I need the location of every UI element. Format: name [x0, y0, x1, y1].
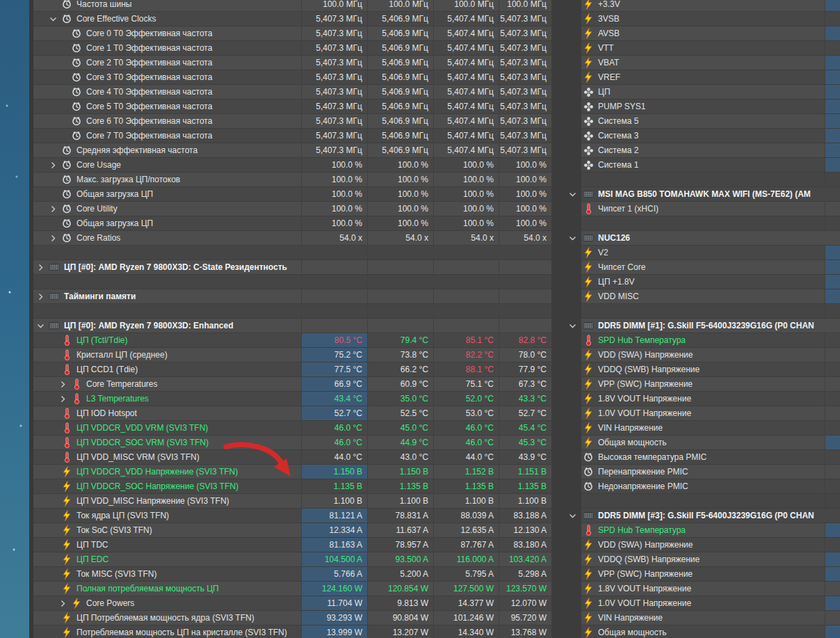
value-cell-clipped — [825, 392, 840, 406]
sensor-row[interactable]: Полная потребляемая мощность ЦП124.160 W… — [33, 582, 551, 596]
sensor-row[interactable]: VIN Напряжение — [563, 611, 840, 625]
sensor-row[interactable]: ЦП VDD_MISC Напряжение (SVI3 TFN)1.100 В… — [33, 494, 551, 509]
sensor-row[interactable]: 1.0V VOUT Напряжение — [563, 406, 840, 421]
sensor-row[interactable]: 1.8V VOUT Напряжение — [563, 582, 840, 596]
sensor-row[interactable]: VPP (SWC) Напряжение — [563, 567, 840, 582]
sensor-row[interactable]: VDDQ (SWB) Напряжение — [563, 362, 840, 377]
sensor-row[interactable]: 1.8V VOUT Напряжение — [563, 392, 840, 406]
sensor-row[interactable]: Высокая температура PMIC — [563, 450, 840, 465]
chevron-right-icon[interactable] — [35, 262, 46, 273]
section-header-row[interactable]: DDR5 DIMM [#1]: G.Skill F5-6400J3239G16G… — [563, 319, 840, 333]
chevron-right-icon[interactable] — [47, 232, 58, 244]
chevron-down-icon[interactable] — [35, 320, 46, 331]
sensor-row[interactable]: VTT — [563, 41, 840, 56]
sensor-row[interactable]: Core 5 T0 Эффективная частота5,407.3 МГц… — [33, 99, 551, 114]
sensor-row[interactable]: VDDQ (SWB) Напряжение — [563, 552, 840, 567]
sensor-row[interactable]: VDD (SWA) Напряжение — [563, 348, 840, 362]
sensor-row[interactable]: Core Usage100.0 %100.0 %100.0 %100.0 % — [33, 158, 551, 173]
sensor-row[interactable]: Core Utility100.0 %100.0 %100.0 %100.0 % — [33, 202, 551, 216]
section-header-row[interactable]: Тайминги памяти — [33, 289, 551, 304]
sensor-row[interactable]: Общая мощность — [563, 625, 840, 638]
chevron-right-icon[interactable] — [47, 159, 58, 170]
sensor-row[interactable]: VREF — [563, 70, 840, 85]
sensor-row[interactable]: Кристалл ЦП (среднее)75.2 °C73.8 °C82.2 … — [33, 348, 551, 362]
sensor-row[interactable]: SPD Hub Температура — [563, 523, 840, 538]
sensor-row[interactable]: Общая мощность — [563, 436, 840, 450]
sensor-row[interactable]: Core 2 T0 Эффективная частота5,407.3 МГц… — [33, 56, 551, 70]
sensor-row[interactable]: Система 3 — [563, 129, 840, 143]
sensor-row[interactable]: Недонапряжение PMIC — [563, 479, 840, 494]
sensor-row[interactable]: 1.0V VOUT Напряжение — [563, 596, 840, 611]
row-label-cell: AVSB — [581, 26, 825, 41]
sensor-row[interactable]: 3VSB — [563, 12, 840, 26]
chevron-right-icon[interactable] — [57, 393, 68, 404]
sensor-row[interactable]: Core Effective Clocks5,407.3 МГц5,406.9 … — [33, 12, 551, 26]
section-header-row[interactable]: DDR5 DIMM [#3]: G.Skill F5-6400J3239G16G… — [563, 509, 840, 523]
sensor-row[interactable]: ЦП Потребляемая мощность ядра (SVI3 TFN)… — [33, 611, 551, 625]
sensor-row[interactable]: ЦП VDDCR_VDD Напряжение (SVI3 TFN)1.150 … — [33, 465, 551, 479]
section-header-row[interactable]: MSI MAG B850 TOMAHAWK MAX WIFI (MS-7E62)… — [563, 187, 840, 202]
sensor-row[interactable]: SPD Hub Температура — [563, 333, 840, 348]
sensor-row[interactable]: PUMP SYS1 — [563, 99, 840, 114]
sensor-row[interactable]: Общая загрузка ЦП100.0 %100.0 %100.0 %10… — [33, 187, 551, 202]
sensor-row[interactable]: Core 6 T0 Эффективная частота5,407.3 МГц… — [33, 114, 551, 129]
sensor-row[interactable]: Макс. загрузка ЦП/потоков100.0 %100.0 %1… — [33, 173, 551, 187]
sensor-row[interactable]: VDD MISC — [563, 289, 840, 304]
sensor-row[interactable]: Ток ядра ЦП (SVI3 TFN)81.121 A78.831 A88… — [33, 509, 551, 523]
sensor-row[interactable]: Core 3 T0 Эффективная частота5,407.3 МГц… — [33, 70, 551, 85]
sensor-row[interactable]: Чипсет Core — [563, 260, 840, 275]
sensor-row[interactable]: +3.3V — [563, 0, 840, 12]
sensor-row[interactable]: V2 — [563, 246, 840, 260]
chevron-right-icon[interactable] — [35, 291, 46, 302]
sensor-row[interactable]: L3 Temperatures43.4 °C35.0 °C52.0 °C43.3… — [33, 392, 551, 406]
sensor-row[interactable]: Система 2 — [563, 143, 840, 158]
chevron-right-icon[interactable] — [57, 378, 68, 390]
sensor-row[interactable]: Общая загрузка ЦП100.0 %100.0 %100.0 %10… — [33, 216, 551, 231]
sensor-row[interactable]: ЦП VDDCR_VDD VRM (SVI3 TFN)46.0 °C45.0 °… — [33, 421, 551, 436]
sensor-row[interactable]: Система 5 — [563, 114, 840, 129]
sensor-row[interactable]: AVSB — [563, 26, 840, 41]
sensor-row[interactable]: ЦП VDDCR_SOC VRM (SVI3 TFN)46.0 °C44.9 °… — [33, 436, 551, 450]
sensor-row[interactable]: Ток MISC (SVI3 TFN)5.766 A5.200 A5.795 A… — [33, 567, 551, 582]
section-header-row[interactable]: NUC126 — [563, 231, 840, 246]
chevron-down-icon[interactable] — [567, 321, 578, 332]
chevron-down-icon[interactable] — [567, 233, 578, 244]
sensor-row[interactable]: Система 1 — [563, 158, 840, 173]
section-header-row[interactable]: ЦП [#0]: AMD Ryzen 7 9800X3D: C-State Ре… — [33, 260, 551, 275]
chevron-right-icon[interactable] — [57, 598, 68, 609]
sensor-row[interactable]: Core 7 T0 Эффективная частота5,407.3 МГц… — [33, 129, 551, 143]
sensor-row[interactable]: Core 1 T0 Эффективная частота5,407.3 МГц… — [33, 41, 551, 56]
chevron-down-icon[interactable] — [567, 511, 578, 522]
sensor-row[interactable]: ЦП VDD_MISC VRM (SVI3 TFN)44.0 °C43.0 °C… — [33, 450, 551, 465]
sensor-row[interactable]: Core Powers11.704 W9.813 W14.377 W12.070… — [33, 596, 551, 611]
section-header-row[interactable]: ЦП [#0]: AMD Ryzen 7 9800X3D: Enhanced — [33, 319, 551, 333]
sensor-row[interactable]: Core 0 T0 Эффективная частота5,407.3 МГц… — [33, 26, 551, 41]
sensor-row[interactable]: Чипсет 1 (xHCI) — [563, 202, 840, 216]
sensor-row[interactable]: VDD (SWA) Напряжение — [563, 538, 840, 552]
sensor-row[interactable]: Частота шины100.0 МГц100.0 МГц100.0 МГц1… — [33, 0, 551, 12]
sensor-row[interactable]: Перенапряжение PMIC — [563, 465, 840, 479]
chevron-down-icon[interactable] — [47, 13, 58, 24]
chevron-down-icon[interactable] — [567, 189, 578, 200]
sensor-row[interactable]: VIN Напряжение — [563, 421, 840, 436]
sensor-row[interactable]: ЦП TDC81.163 A78.957 A87.767 A83.180 A — [33, 538, 551, 552]
chevron-right-icon[interactable] — [47, 203, 58, 214]
sensor-row[interactable]: Средняя эффективная частота5,407.3 МГц5,… — [33, 143, 551, 158]
sensor-row[interactable]: ЦП IOD Hotspot52.7 °C52.5 °C53.0 °C52.7 … — [33, 406, 551, 421]
row-label-cell: 1.8V VOUT Напряжение — [581, 392, 825, 406]
sensor-row[interactable]: ЦП +1.8V — [563, 275, 840, 289]
sensor-row[interactable]: ЦП CCD1 (Tdie)77.5 °C66.2 °C88.1 °C77.9 … — [33, 362, 551, 377]
sensor-row[interactable]: ЦП EDC104.500 A93.500 A116.000 A103.420 … — [33, 552, 551, 567]
sensor-row[interactable]: VPP (SWC) Напряжение — [563, 377, 840, 392]
sensor-row[interactable]: ЦП — [563, 85, 840, 99]
value-cell: 5,406.9 МГц — [367, 99, 433, 113]
sensor-row[interactable]: ЦП VDDCR_SOC Напряжение (SVI3 TFN)1.135 … — [33, 479, 551, 494]
row-label-cell: Потребляемая мощность ЦП на кристалле (S… — [33, 625, 301, 638]
sensor-row[interactable]: Core Temperatures66.9 °C60.9 °C75.1 °C67… — [33, 377, 551, 392]
sensor-row[interactable]: Потребляемая мощность ЦП на кристалле (S… — [33, 625, 551, 638]
sensor-row[interactable]: Core 4 T0 Эффективная частота5,407.3 МГц… — [33, 85, 551, 99]
sensor-row[interactable]: Core Ratios54.0 x54.0 x54.0 x54.0 x — [33, 231, 551, 246]
sensor-row[interactable]: ЦП (Tctl/Tdie)80.5 °C79.4 °C85.1 °C82.8 … — [33, 333, 551, 348]
sensor-row[interactable]: Ток SoC (SVI3 TFN)12.334 A11.637 A12.635… — [33, 523, 551, 538]
sensor-row[interactable]: VBAT — [563, 56, 840, 70]
